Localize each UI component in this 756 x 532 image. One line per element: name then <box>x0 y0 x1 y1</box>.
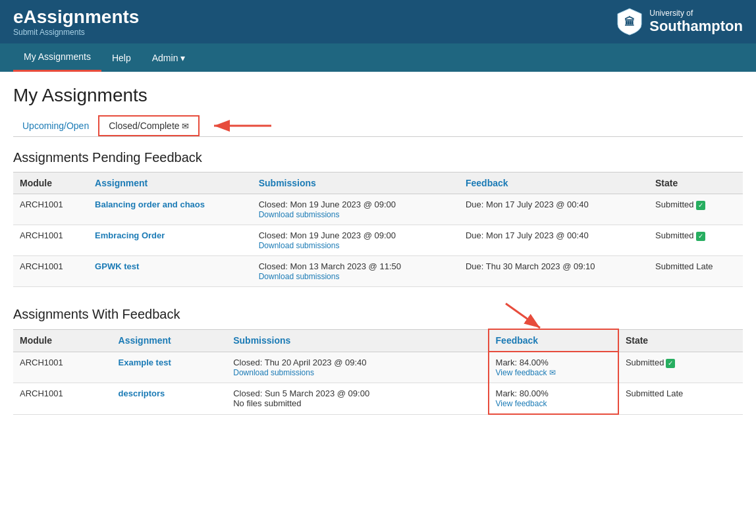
tabs-row: Upcoming/Open Closed/Complete ✉ <box>13 115 743 137</box>
col-submissions-pending: Submissions <box>252 173 459 194</box>
cell-state: Submitted Late <box>649 256 743 287</box>
page-title: My Assignments <box>13 85 743 106</box>
col-state-feedback: State <box>618 329 743 352</box>
pending-table: Module Assignment Submissions Feedback S… <box>13 172 743 287</box>
assignment-link[interactable]: Embracing Order <box>95 230 165 240</box>
cell-module: ARCH1001 <box>13 194 88 225</box>
cell-module: ARCH1001 <box>13 352 112 383</box>
assignment-link[interactable]: Example test <box>119 358 171 367</box>
tab-closed-complete[interactable]: Closed/Complete ✉ <box>98 115 200 136</box>
table-row: ARCH1001 Example test Closed: Thu 20 Apr… <box>13 352 743 383</box>
col-module-pending: Module <box>13 173 88 194</box>
site-subtitle: Submit Assignments <box>13 28 139 37</box>
logo-text: University of Southampton <box>649 9 743 34</box>
col-module-feedback: Module <box>13 329 112 352</box>
cell-assignment: Balancing order and chaos <box>88 194 252 225</box>
feedback-mark: Mark: 84.00% <box>496 358 611 367</box>
cell-feedback: Due: Mon 17 July 2023 @ 00:40 <box>459 194 649 225</box>
download-submissions-link[interactable]: Download submissions <box>233 368 314 377</box>
cell-state: Submitted✓ <box>649 225 743 256</box>
cell-submissions: Closed: Mon 19 June 2023 @ 09:00 Downloa… <box>252 194 459 225</box>
cell-submissions: Closed: Mon 19 June 2023 @ 09:00 Downloa… <box>252 225 459 256</box>
nav-my-assignments[interactable]: My Assignments <box>13 43 101 72</box>
cell-module: ARCH1001 <box>13 225 88 256</box>
nav-bar: My Assignments Help Admin ▾ <box>0 43 756 72</box>
col-feedback-feedback: Feedback <box>489 329 618 352</box>
table-row: ARCH1001 Balancing order and chaos Close… <box>13 194 743 225</box>
cell-state: Submitted Late <box>618 383 743 415</box>
university-logo: 🏛 University of Southampton <box>615 7 743 36</box>
cell-feedback: Due: Mon 17 July 2023 @ 00:40 <box>459 225 649 256</box>
cell-assignment: descriptors <box>112 383 227 415</box>
cell-feedback-with-mark: Mark: 84.00% View feedback ✉ <box>489 352 618 383</box>
col-assignment-pending: Assignment <box>88 173 252 194</box>
cell-assignment: GPWK test <box>88 256 252 287</box>
site-title: eAssignments <box>13 7 139 28</box>
pending-heading: Assignments Pending Feedback <box>13 150 743 165</box>
cell-submissions: Closed: Thu 20 April 2023 @ 09:40 Downlo… <box>227 352 488 383</box>
table-row: ARCH1001 descriptors Closed: Sun 5 March… <box>13 383 743 415</box>
check-icon: ✓ <box>696 201 705 210</box>
assignment-link[interactable]: descriptors <box>119 388 165 398</box>
shield-icon: 🏛 <box>615 7 644 36</box>
cell-state: Submitted✓ <box>618 352 743 383</box>
view-feedback-link[interactable]: View feedback <box>496 399 547 408</box>
pending-feedback-section: Assignments Pending Feedback Module Assi… <box>13 150 743 287</box>
col-feedback-pending: Feedback <box>459 173 649 194</box>
download-submissions-link[interactable]: Download submissions <box>259 272 340 281</box>
svg-text:🏛: 🏛 <box>624 16 635 28</box>
download-submissions-link[interactable]: Download submissions <box>259 210 340 219</box>
nav-admin[interactable]: Admin ▾ <box>142 45 196 71</box>
cell-module: ARCH1001 <box>13 256 88 287</box>
annotation-arrow-right <box>209 118 275 134</box>
check-icon: ✓ <box>696 232 705 241</box>
assignment-link[interactable]: Balancing order and chaos <box>95 200 205 209</box>
assignment-link[interactable]: GPWK test <box>95 261 139 271</box>
view-feedback-link[interactable]: View feedback ✉ <box>496 368 556 377</box>
tab-closed-complete-wrapper: Closed/Complete ✉ <box>98 115 275 136</box>
col-state-pending: State <box>649 173 743 194</box>
tab-upcoming-open[interactable]: Upcoming/Open <box>13 115 98 136</box>
cell-submissions: Closed: Mon 13 March 2023 @ 11:50 Downlo… <box>252 256 459 287</box>
top-header: eAssignments Submit Assignments 🏛 Univer… <box>0 0 756 43</box>
with-feedback-section: Assignments With Feedback Module Assignm… <box>13 307 743 415</box>
envelope-icon: ✉ <box>182 121 189 131</box>
red-arrow-right-svg <box>209 118 275 134</box>
no-files-label: No files submitted <box>233 398 301 408</box>
main-content: My Assignments Upcoming/Open Closed/Comp… <box>0 72 756 448</box>
download-submissions-link[interactable]: Download submissions <box>259 241 340 250</box>
cell-assignment: Embracing Order <box>88 225 252 256</box>
cell-feedback-with-mark: Mark: 80.00% View feedback <box>489 383 618 415</box>
feedback-mark: Mark: 80.00% <box>496 388 611 398</box>
nav-help[interactable]: Help <box>101 45 142 71</box>
cell-state: Submitted✓ <box>649 194 743 225</box>
table-row: ARCH1001 Embracing Order Closed: Mon 19 … <box>13 225 743 256</box>
table-row: ARCH1001 GPWK test Closed: Mon 13 March … <box>13 256 743 287</box>
col-assignment-feedback: Assignment <box>112 329 227 352</box>
col-submissions-feedback: Submissions <box>227 329 488 352</box>
cell-module: ARCH1001 <box>13 383 112 415</box>
cell-feedback: Due: Thu 30 March 2023 @ 09:10 <box>459 256 649 287</box>
site-branding: eAssignments Submit Assignments <box>13 7 139 37</box>
check-icon: ✓ <box>666 359 675 368</box>
cell-submissions: Closed: Sun 5 March 2023 @ 09:00 No file… <box>227 383 488 415</box>
feedback-table: Module Assignment Submissions Feedback S… <box>13 329 743 415</box>
feedback-heading: Assignments With Feedback <box>13 307 743 322</box>
cell-assignment: Example test <box>112 352 227 383</box>
